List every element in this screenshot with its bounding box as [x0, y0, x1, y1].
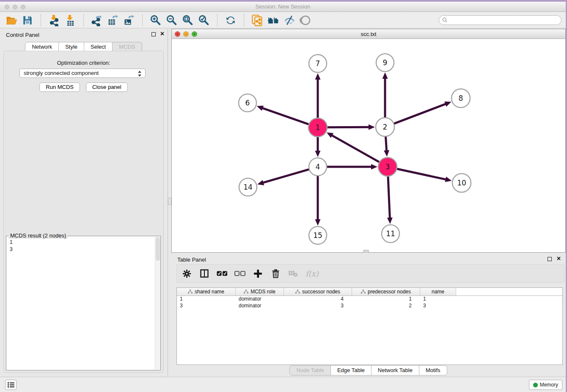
deselect-all-rows-icon[interactable]	[234, 268, 245, 279]
close-panel-button[interactable]: Close panel	[86, 83, 128, 92]
node-label-6: 6	[245, 99, 250, 107]
table-panel-tabs: Node TableEdge TableNetwork TableMotifs	[171, 365, 566, 375]
select-all-rows-icon[interactable]	[217, 268, 228, 279]
column-header-MCDS-role[interactable]: MCDS role	[236, 288, 284, 295]
table-cell[interactable]: 3	[284, 303, 352, 309]
node-label-1: 1	[316, 123, 320, 132]
import-table-icon[interactable]	[63, 13, 77, 28]
edge-arrowhead	[257, 105, 264, 110]
edge-arrowhead	[315, 151, 321, 157]
network-window-title: scc.txt	[172, 31, 565, 37]
mcds-result-box: MCDS result (2 nodes) 1 3	[6, 236, 161, 370]
float-panel-icon[interactable]	[151, 32, 156, 36]
control-panel: Control Panel × NetworkStyleSelectMCDS O…	[0, 29, 168, 377]
table-row[interactable]: 1dominator411	[177, 296, 562, 303]
column-visibility-icon[interactable]	[199, 268, 210, 279]
edge-2-3[interactable]	[385, 136, 386, 151]
memory-button[interactable]: Memory	[529, 380, 562, 390]
window-title: Session: New Session	[0, 3, 566, 10]
column-header-shared-name[interactable]: shared name	[177, 288, 236, 295]
column-header-name[interactable]: name	[420, 288, 456, 295]
horizontal-splitter-grip[interactable]	[363, 250, 369, 253]
edge-arrowhead	[384, 150, 389, 157]
table-cell[interactable]: dominator	[236, 303, 284, 309]
close-panel-icon[interactable]: ×	[160, 30, 164, 37]
application-window: Session: New Session	[0, 2, 566, 392]
table-cell[interactable]: dominator	[236, 296, 284, 303]
zoom-in-icon[interactable]	[149, 13, 163, 28]
save-session-icon[interactable]	[20, 13, 35, 28]
table-cell[interactable]: 3	[177, 303, 236, 309]
export-network-icon[interactable]	[90, 13, 104, 28]
column-header-predecessor-nodes[interactable]: predecessor nodes	[352, 288, 420, 295]
node-table: shared nameMCDS rolesuccessor nodesprede…	[176, 287, 563, 365]
tab-motifs[interactable]: Motifs	[419, 365, 447, 375]
edge-arrowhead	[444, 102, 451, 107]
network-canvas[interactable]: 7968124314101511	[172, 39, 565, 253]
close-panel-icon[interactable]: ×	[557, 255, 561, 262]
edge-3-1[interactable]	[331, 135, 380, 163]
edge-2-8[interactable]	[394, 104, 446, 124]
edge-1-6[interactable]	[262, 108, 309, 124]
zoom-selected-icon[interactable]	[197, 13, 211, 28]
node-label-15: 15	[313, 231, 322, 240]
optimization-criterion-select[interactable]: strongly connected component	[19, 69, 146, 78]
edge-arrowhead	[315, 219, 321, 226]
delete-column-icon[interactable]	[270, 268, 281, 279]
edge-1-2[interactable]	[327, 127, 369, 127]
export-table-icon[interactable]	[106, 13, 120, 28]
table-options-icon[interactable]	[181, 268, 192, 279]
table-row[interactable]: 3dominator323	[177, 303, 562, 309]
add-column-icon[interactable]	[252, 268, 263, 279]
edge-arrowhead	[257, 180, 264, 185]
show-all-networks-icon[interactable]	[266, 13, 281, 28]
result-scrollbar[interactable]	[155, 237, 160, 370]
tab-network-table[interactable]: Network Table	[371, 365, 419, 375]
network-view-window: × − + scc.txt 7968124314101511	[171, 29, 566, 253]
zoom-fit-icon[interactable]	[181, 13, 195, 28]
float-panel-icon[interactable]	[548, 257, 552, 261]
function-builder-icon[interactable]: f(x)	[306, 269, 319, 278]
column-type-icon	[188, 290, 193, 294]
vertical-splitter-grip[interactable]	[168, 198, 171, 205]
table-cell[interactable]: 1	[352, 296, 420, 303]
run-mcds-button[interactable]: Run MCDS	[39, 83, 80, 92]
column-header-successor-nodes[interactable]: successor nodes	[284, 288, 352, 295]
column-type-icon	[295, 290, 300, 294]
search-box[interactable]	[439, 15, 561, 25]
task-history-button[interactable]	[5, 380, 17, 390]
table-cell[interactable]: 3	[420, 303, 456, 309]
mcds-result-text[interactable]: 1 3	[6, 237, 154, 370]
tab-node-table[interactable]: Node Table	[289, 365, 331, 375]
control-panel-header: Control Panel ×	[0, 29, 168, 41]
selected-option: strongly connected component	[24, 70, 99, 76]
toolbar-separator	[217, 14, 217, 26]
import-network-icon[interactable]	[47, 13, 61, 28]
open-session-icon[interactable]	[4, 13, 19, 28]
table-cell[interactable]: 1	[420, 296, 456, 303]
edge-4-14[interactable]	[263, 169, 310, 183]
apply-layout-icon[interactable]	[223, 13, 238, 28]
table-body: 1dominator4113dominator323	[177, 296, 562, 309]
zoom-out-icon[interactable]	[165, 13, 179, 28]
toolbar-separator	[41, 14, 41, 26]
table-cell[interactable]: 1	[177, 296, 236, 303]
tab-edge-table[interactable]: Edge Table	[330, 365, 372, 375]
hide-selected-icon[interactable]	[282, 13, 297, 28]
edge-arrowhead	[315, 73, 321, 80]
clone-network-icon[interactable]	[250, 13, 264, 28]
edge-3-11[interactable]	[388, 176, 390, 218]
search-input[interactable]	[449, 17, 561, 24]
edge-3-10[interactable]	[396, 168, 446, 179]
delete-table-icon[interactable]	[288, 268, 299, 279]
table-cell[interactable]: 4	[284, 296, 352, 303]
table-panel-title: Table Panel	[177, 257, 206, 263]
optimization-criterion-label: Optimization criterion:	[4, 60, 163, 66]
table-header-row: shared nameMCDS rolesuccessor nodesprede…	[177, 288, 562, 296]
show-hidden-icon[interactable]	[298, 13, 313, 28]
network-window-titlebar[interactable]: × − + scc.txt	[172, 29, 565, 39]
table-cell[interactable]: 2	[352, 303, 420, 309]
column-type-icon	[361, 290, 366, 294]
combo-stepper-icon	[138, 70, 142, 77]
export-image-icon[interactable]	[122, 13, 136, 28]
